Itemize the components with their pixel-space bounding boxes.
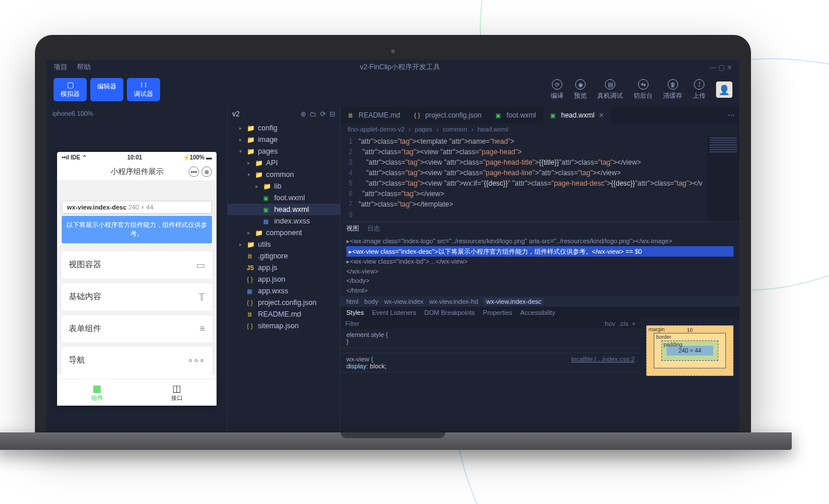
tab-overflow-icon[interactable]: ⋯ bbox=[723, 111, 739, 119]
folder-node[interactable]: ▸📁component bbox=[228, 227, 340, 239]
editor-panel: 🗎README.md{ }project.config.json▣foot.wx… bbox=[341, 107, 739, 432]
inspect-tooltip: wx-view.index-desc 240 × 44 bbox=[62, 201, 212, 214]
tree-root[interactable]: v2 bbox=[232, 110, 240, 118]
devtools-subtab[interactable]: Event Listeners bbox=[372, 309, 416, 316]
file-node[interactable]: ▣foot.wxml bbox=[228, 192, 340, 204]
line-gutter: 12345678 bbox=[341, 135, 359, 221]
window-title: v2-FinClip小程序开发工具 bbox=[360, 62, 440, 72]
file-node[interactable]: { }sitemap.json bbox=[228, 320, 340, 332]
cls-toggle[interactable]: .cls bbox=[619, 320, 629, 327]
capsule-close-icon[interactable]: ⊗ bbox=[201, 166, 212, 177]
editor-tab[interactable]: ▣foot.wxml bbox=[488, 107, 543, 123]
file-node[interactable]: 🗎README.md bbox=[228, 308, 340, 320]
toolbar-action-5[interactable]: ⤴上传 bbox=[693, 79, 706, 100]
status-signal: ••ıl IDE ⌃ bbox=[62, 154, 87, 161]
editor-tab[interactable]: ▣head.wxml✕ bbox=[543, 107, 611, 123]
devtools-tab-view[interactable]: 视图 bbox=[346, 224, 359, 233]
toolbar-action-2[interactable]: ▤真机调试 bbox=[597, 79, 623, 100]
minimap[interactable] bbox=[707, 135, 739, 221]
list-item[interactable]: 表单组件≡ bbox=[62, 315, 212, 342]
crumb[interactable]: body bbox=[364, 298, 378, 305]
file-node[interactable]: ▦index.wxss bbox=[228, 215, 340, 227]
crumb[interactable]: html bbox=[346, 298, 359, 305]
folder-node[interactable]: ▸📁utils bbox=[228, 239, 340, 250]
status-time: 10:01 bbox=[127, 154, 142, 161]
devtools-subtab[interactable]: Properties bbox=[483, 309, 512, 316]
breadcrumbs: fino-applet-demo-v2 › pages › common › h… bbox=[341, 123, 739, 135]
toolbar-action-3[interactable]: ⇆切后台 bbox=[633, 79, 653, 100]
file-node[interactable]: { }project.config.json bbox=[228, 297, 340, 308]
folder-node[interactable]: ▸📁lib bbox=[228, 180, 340, 192]
box-model: margin 10 border padding 240 × 44 bbox=[640, 318, 739, 410]
toolbar-pill-1[interactable]: 编辑器 bbox=[90, 78, 123, 101]
file-node[interactable]: JSapp.js bbox=[228, 262, 340, 274]
styles-pane[interactable]: Filter :hov .cls + element.style {}</spa… bbox=[341, 318, 640, 410]
add-rule-icon[interactable]: + bbox=[632, 320, 636, 327]
simulator-panel: iphone6 100% ••ıl IDE ⌃ 10:01 ⚡100% ▬ 小程… bbox=[47, 107, 227, 432]
toolbar-pill-2[interactable]: ⫶⫶调试器 bbox=[127, 78, 160, 101]
menu-help[interactable]: 帮助 bbox=[77, 62, 91, 72]
camera-dot bbox=[391, 49, 395, 53]
folder-node[interactable]: ▸📁config bbox=[228, 122, 340, 134]
folder-node[interactable]: ▸📁image bbox=[228, 134, 340, 145]
devtools-subtab[interactable]: DOM Breakpoints bbox=[424, 309, 475, 316]
devtools-tab-log[interactable]: 日志 bbox=[367, 224, 380, 233]
folder-node[interactable]: ▾📁pages bbox=[228, 145, 340, 157]
devtools: 视图 日志 ▸<wx-image class="index-logo" src=… bbox=[341, 221, 739, 410]
file-node[interactable]: 🗎.gitignore bbox=[228, 250, 340, 262]
collapse-icon[interactable]: ⊟ bbox=[330, 110, 335, 118]
crumb[interactable]: wx-view.index-hd bbox=[430, 298, 479, 305]
devtools-subtab[interactable]: Styles bbox=[346, 309, 364, 316]
menubar: 项目 帮助 v2-FinClip小程序开发工具 — ▢ ✕ bbox=[47, 60, 739, 74]
avatar[interactable]: 👤 bbox=[716, 81, 732, 98]
folder-node[interactable]: ▾📁common bbox=[228, 169, 340, 180]
list-item[interactable]: 视图容器▭ bbox=[62, 251, 212, 279]
code-area[interactable]: "attr">class="tag"><template "attr">name… bbox=[359, 135, 707, 221]
toolbar-pill-0[interactable]: ▢模拟器 bbox=[54, 78, 87, 101]
nav-tab-1[interactable]: ◫接口 bbox=[137, 379, 217, 406]
dom-tree[interactable]: ▸<wx-image class="index-logo" src="../re… bbox=[341, 235, 739, 296]
toolbar-action-4[interactable]: 🗑清缓存 bbox=[663, 79, 682, 100]
nav-tab-0[interactable]: ▦组件 bbox=[57, 379, 137, 406]
new-folder-icon[interactable]: 🗀 bbox=[310, 110, 317, 118]
toolbar-action-1[interactable]: ◉预览 bbox=[574, 79, 587, 100]
file-explorer: v2 ⊕ 🗀 ⟳ ⊟ ▸📁config▸📁image▾📁pages▸📁API▾📁… bbox=[227, 107, 341, 432]
window-controls[interactable]: — ▢ ✕ bbox=[709, 63, 732, 72]
styles-filter[interactable]: Filter bbox=[345, 320, 359, 327]
highlighted-desc[interactable]: 以下将展示小程序官方组件能力，组件样式仅供参考。 bbox=[62, 216, 212, 243]
ide-window: 项目 帮助 v2-FinClip小程序开发工具 — ▢ ✕ ▢模拟器编辑器⫶⫶调… bbox=[47, 60, 739, 432]
refresh-icon[interactable]: ⟳ bbox=[320, 110, 326, 118]
phone-preview: ••ıl IDE ⌃ 10:01 ⚡100% ▬ 小程序组件展示 ••• ⊗ w… bbox=[57, 152, 217, 406]
file-node[interactable]: { }app.json bbox=[228, 274, 340, 285]
devtools-subtab[interactable]: Accessibility bbox=[520, 309, 555, 316]
folder-node[interactable]: ▸📁API bbox=[228, 157, 340, 169]
crumb[interactable]: wx-view.index bbox=[384, 298, 424, 305]
toolbar: ▢模拟器编辑器⫶⫶调试器 ⟳编译◉预览▤真机调试⇆切后台🗑清缓存⤴上传 👤 bbox=[47, 74, 739, 107]
new-file-icon[interactable]: ⊕ bbox=[300, 110, 306, 118]
device-label: iphone6 100% bbox=[47, 107, 227, 120]
list-item[interactable]: 导航∘∘∘ bbox=[62, 347, 212, 374]
close-icon[interactable]: ✕ bbox=[598, 111, 604, 119]
editor-tab[interactable]: { }project.config.json bbox=[407, 107, 488, 123]
toolbar-action-0[interactable]: ⟳编译 bbox=[551, 79, 564, 100]
crumb[interactable]: wx-view.index-desc bbox=[484, 298, 544, 305]
capsule-menu-icon[interactable]: ••• bbox=[189, 166, 199, 177]
dom-breadcrumb[interactable]: htmlbodywx-view.indexwx-view.index-hdwx-… bbox=[341, 296, 739, 307]
file-node[interactable]: ▣head.wxml bbox=[228, 204, 340, 215]
laptop-frame: 项目 帮助 v2-FinClip小程序开发工具 — ▢ ✕ ▢模拟器编辑器⫶⫶调… bbox=[35, 35, 751, 450]
app-title: 小程序组件展示 bbox=[111, 166, 164, 177]
hov-toggle[interactable]: :hov bbox=[603, 320, 615, 327]
menu-project[interactable]: 项目 bbox=[54, 62, 68, 72]
status-battery: ⚡100% ▬ bbox=[183, 154, 212, 161]
file-node[interactable]: ▦app.wxss bbox=[228, 285, 340, 297]
list-item[interactable]: 基础内容𝕋 bbox=[62, 283, 212, 311]
editor-tab[interactable]: 🗎README.md bbox=[341, 107, 407, 123]
